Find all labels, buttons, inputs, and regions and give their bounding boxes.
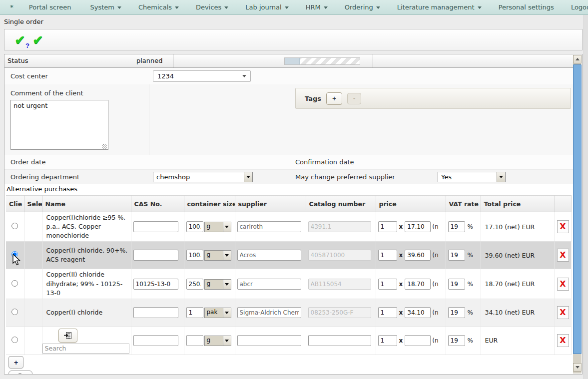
delete-row-button[interactable]: X <box>557 220 569 233</box>
quantity-input[interactable] <box>378 335 397 346</box>
partially-visible-button[interactable] <box>8 371 32 375</box>
client-comment-textarea[interactable]: not urgent <box>10 100 108 150</box>
quantity-input[interactable] <box>378 250 397 261</box>
section-divider <box>291 84 291 155</box>
menu-lab-journal[interactable]: Lab journal <box>237 0 297 15</box>
menu-personal-settings[interactable]: Personal settings <box>490 0 563 15</box>
client-select-radio[interactable] <box>11 251 18 258</box>
vat-rate-input[interactable] <box>448 221 465 232</box>
chevron-down-icon <box>242 75 246 77</box>
unit-price-input[interactable] <box>405 279 431 290</box>
scroll-up-button[interactable] <box>573 55 582 63</box>
vat-rate-input[interactable] <box>448 279 465 290</box>
total-price: EUR <box>481 326 555 355</box>
client-select-radio[interactable] <box>11 337 18 343</box>
check-icon: ✔ <box>33 33 43 47</box>
client-select-radio[interactable] <box>11 223 18 229</box>
col-select: Sele <box>24 196 42 212</box>
unit-price-input[interactable] <box>405 307 431 318</box>
chemical-lookup-button[interactable] <box>58 329 77 343</box>
supplier-input[interactable] <box>237 335 301 346</box>
client-select-radio[interactable] <box>11 280 18 287</box>
delete-row-button[interactable]: X <box>557 278 569 291</box>
cas-input[interactable] <box>133 250 178 261</box>
unit-select[interactable]: g <box>204 222 231 232</box>
unit-price-input[interactable] <box>405 335 431 346</box>
check-question-icon: ✔ <box>15 33 25 47</box>
menu-devices[interactable]: Devices <box>187 0 237 15</box>
supplier-input[interactable] <box>237 279 301 290</box>
vat-rate-input[interactable] <box>448 307 465 318</box>
product-name: Copper(I) chloride <box>42 299 131 326</box>
supplier-input[interactable] <box>237 250 301 261</box>
cas-input[interactable] <box>133 335 178 346</box>
purchase-row-1: Copper(I)chloride ≥95 %, p.a., ACS, Copp… <box>6 212 571 242</box>
menu-literature-management[interactable]: Literature management <box>389 0 490 15</box>
unit-select[interactable]: g <box>204 336 231 346</box>
menu-portal-screen[interactable]: Portal screen <box>20 0 80 15</box>
cas-input[interactable] <box>133 279 178 290</box>
menu-logout[interactable]: Logout <box>563 0 588 15</box>
container-amount-input[interactable] <box>186 250 203 261</box>
menu-hrm[interactable]: HRM <box>297 0 336 15</box>
comment-label: Comment of the client <box>10 89 83 97</box>
col-client: Clie <box>6 196 24 212</box>
catalog-number-input[interactable] <box>308 335 371 346</box>
ordering-department-select[interactable]: chemshop <box>153 172 253 182</box>
unit-price-input[interactable] <box>405 250 431 261</box>
unit-select[interactable]: pak <box>204 308 231 318</box>
alternative-purchases-title: Alternative purchases <box>6 185 77 193</box>
container-amount-input[interactable] <box>186 307 203 318</box>
container-amount-input[interactable] <box>186 279 203 290</box>
section-divider <box>149 84 149 155</box>
menu-system[interactable]: System <box>82 0 130 15</box>
page-title: Single order <box>4 18 43 25</box>
quantity-input[interactable] <box>378 279 397 290</box>
total-price: 18.70 (net) EUR <box>481 269 555 299</box>
add-tag-button[interactable]: + <box>326 92 342 105</box>
col-name: Name <box>42 196 131 212</box>
add-purchase-row-button[interactable]: + <box>8 356 23 369</box>
quantity-input[interactable] <box>378 307 397 318</box>
menu-chemicals[interactable]: Chemicals <box>130 0 187 15</box>
home-asterisk[interactable]: * <box>7 3 20 11</box>
container-amount-input[interactable] <box>186 335 203 346</box>
scroll-down-button[interactable] <box>573 363 582 372</box>
menu-ordering[interactable]: Ordering <box>336 0 389 15</box>
ordering-department-label: Ordering department <box>10 173 79 181</box>
delete-row-button[interactable]: X <box>557 249 569 262</box>
scrollbar-thumb[interactable] <box>573 64 582 354</box>
cas-input[interactable] <box>133 221 178 232</box>
confirm-check-question-button[interactable]: ✔ ? <box>11 31 28 48</box>
delete-icon: X <box>560 279 566 289</box>
product-name: Copper(I)chloride ≥95 %, p.a., ACS, Copp… <box>42 212 131 242</box>
client-select-radio[interactable] <box>11 309 18 315</box>
delete-row-button[interactable]: X <box>557 334 569 347</box>
unit-select[interactable]: g <box>204 250 231 261</box>
order-date-label: Order date <box>10 158 45 166</box>
supplier-input[interactable] <box>237 307 301 318</box>
cost-center-select[interactable]: 1234 <box>153 70 251 82</box>
save-check-button[interactable]: ✔ <box>29 31 46 48</box>
product-name: Copper(I) chloride, 90+%, ACS reagent <box>42 242 131 269</box>
col-price: price <box>376 196 446 212</box>
department-row: Ordering department chemshop May change … <box>4 169 573 184</box>
supplier-input[interactable] <box>237 221 301 232</box>
vertical-scrollbar[interactable] <box>573 55 582 374</box>
col-total-price: Total price <box>481 196 555 212</box>
chevron-down-icon <box>576 366 580 369</box>
chevron-down-icon <box>175 6 179 9</box>
quantity-input[interactable] <box>378 221 397 232</box>
chemical-search-input[interactable] <box>42 344 129 354</box>
chevron-down-icon <box>223 222 231 232</box>
container-amount-input[interactable] <box>186 221 203 232</box>
unit-price-input[interactable] <box>405 221 431 232</box>
vat-rate-input[interactable] <box>448 335 465 346</box>
unit-select[interactable]: g <box>204 279 231 290</box>
may-change-supplier-label: May change preferred supplier <box>295 173 395 181</box>
cas-input[interactable] <box>133 307 178 318</box>
col-supplier: supplier <box>235 196 306 212</box>
delete-row-button[interactable]: X <box>557 306 569 319</box>
vat-rate-input[interactable] <box>448 250 465 261</box>
may-change-supplier-select[interactable]: Yes <box>438 172 506 182</box>
